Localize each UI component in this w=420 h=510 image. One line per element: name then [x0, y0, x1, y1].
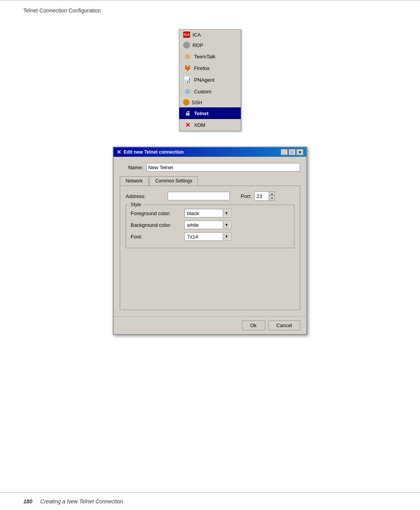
foreground-dropdown-arrow: ▼	[223, 210, 230, 217]
firefox-icon: 🦊	[183, 64, 192, 72]
name-row: Name:	[120, 163, 300, 172]
port-spinner: ▲ ▼	[269, 192, 275, 200]
foreground-label: Foreground color:	[131, 210, 181, 216]
edit-dialog: ✕ Edit new Telnet connection _ □ ✕ Name:…	[113, 147, 307, 335]
menu-item-teemtalk[interactable]: ⚙ TeemTalk	[179, 51, 241, 62]
menu-label-rdp: RDP	[192, 42, 203, 48]
xdm-icon: ✕	[183, 121, 192, 129]
background-select[interactable]: white ▼	[184, 221, 231, 229]
menu-label-ssh: SSH	[192, 100, 202, 105]
menu-label-telnet: Telnet	[194, 110, 208, 116]
menu-item-pnagent[interactable]: 📊 PNAgent	[179, 74, 241, 86]
dialog-controls: _ □ ✕	[281, 149, 303, 155]
rdp-icon	[183, 42, 190, 49]
teemtalk-icon: ⚙	[183, 53, 192, 60]
background-dropdown-arrow: ▼	[223, 221, 230, 228]
titlebar-left: ✕ Edit new Telnet connection	[117, 149, 184, 155]
menu-item-telnet[interactable]: 🖨 Telnet	[179, 107, 241, 119]
footer-title: Creating a New Telnet Connection	[40, 498, 123, 505]
custom-icon: ⚙	[183, 88, 192, 95]
page-footer: 180 Creating a New Telnet Connection	[0, 492, 420, 510]
style-legend: Style	[129, 202, 143, 207]
foreground-row: Foreground color: black ▼	[131, 209, 289, 217]
background-label: Background color:	[131, 222, 181, 228]
font-value: 7x14	[186, 234, 223, 240]
tabs-row: Network Common Settings	[120, 176, 300, 186]
address-input[interactable]	[168, 192, 230, 200]
ssh-icon	[183, 99, 189, 105]
maximize-button[interactable]: □	[289, 149, 296, 155]
address-label: Address:	[126, 193, 164, 199]
menu-label-pnagent: PNAgent	[194, 77, 214, 83]
minimize-button[interactable]: _	[281, 149, 288, 155]
tab-content: Address: Port: ▲ ▼ Style	[120, 186, 300, 310]
ica-icon: ICA	[183, 32, 190, 38]
menu-label-teemtalk: TeemTalk	[194, 54, 215, 60]
menu-item-ica[interactable]: ICA ICA	[179, 30, 241, 40]
menu-label-xdm: XDM	[194, 122, 205, 128]
footer-inner: 180 Creating a New Telnet Connection	[23, 498, 397, 505]
cancel-button[interactable]: Cancel	[268, 321, 300, 330]
dialog-titlebar: ✕ Edit new Telnet connection _ □ ✕	[114, 147, 306, 157]
menu-item-xdm[interactable]: ✕ XDM	[179, 119, 241, 131]
menu-label-ica: ICA	[192, 32, 201, 38]
tab-common-label: Common Settings	[155, 178, 192, 184]
background-row: Background color: white ▼	[131, 221, 289, 229]
tab-common-settings[interactable]: Common Settings	[149, 176, 198, 186]
content-area: ICA ICA RDP ⚙ TeemTalk 🦊 Firefox 📊 PNAge…	[0, 18, 420, 343]
ok-button[interactable]: Ok	[242, 321, 265, 330]
port-label: Port:	[241, 193, 251, 199]
port-spin-down[interactable]: ▼	[269, 196, 275, 200]
font-label: Font:	[131, 234, 181, 240]
tab-network[interactable]: Network	[120, 176, 149, 186]
font-row: Font: 7x14 ▼	[131, 232, 289, 241]
port-spin-up[interactable]: ▲	[269, 192, 275, 196]
menu-item-custom[interactable]: ⚙ Custom	[179, 86, 241, 97]
dialog-title-icon: ✕	[117, 149, 121, 155]
foreground-value: black	[186, 210, 223, 216]
dialog-body: Name: Network Common Settings Address: P…	[114, 157, 306, 316]
dialog-title: Edit new Telnet connection	[124, 149, 184, 155]
style-group: Style Foreground color: black ▼ Backgrou…	[126, 205, 294, 248]
page-header: Telnet Connection Configuration	[0, 0, 420, 18]
menu-label-firefox: Firefox	[194, 65, 210, 71]
menu-label-custom: Custom	[194, 89, 212, 95]
name-input[interactable]	[146, 163, 300, 172]
menu-item-firefox[interactable]: 🦊 Firefox	[179, 62, 241, 74]
page-number: 180	[23, 498, 32, 505]
name-label: Name:	[120, 165, 143, 170]
address-row: Address: Port: ▲ ▼	[126, 191, 294, 201]
pnagent-icon: 📊	[183, 76, 192, 84]
background-value: white	[186, 222, 223, 228]
context-menu: ICA ICA RDP ⚙ TeemTalk 🦊 Firefox 📊 PNAge…	[179, 29, 241, 131]
header-title: Telnet Connection Configuration	[23, 7, 101, 14]
menu-item-rdp[interactable]: RDP	[179, 40, 241, 51]
tab-network-label: Network	[126, 178, 143, 184]
close-button[interactable]: ✕	[296, 149, 303, 155]
port-input[interactable]	[255, 192, 269, 200]
foreground-select[interactable]: black ▼	[184, 209, 231, 217]
port-input-wrap: ▲ ▼	[254, 191, 275, 201]
menu-item-ssh[interactable]: SSH	[179, 97, 241, 107]
font-dropdown-arrow: ▼	[223, 233, 230, 240]
dialog-footer: Ok Cancel	[114, 316, 306, 334]
telnet-icon: 🖨	[183, 109, 192, 117]
font-select[interactable]: 7x14 ▼	[184, 232, 231, 241]
